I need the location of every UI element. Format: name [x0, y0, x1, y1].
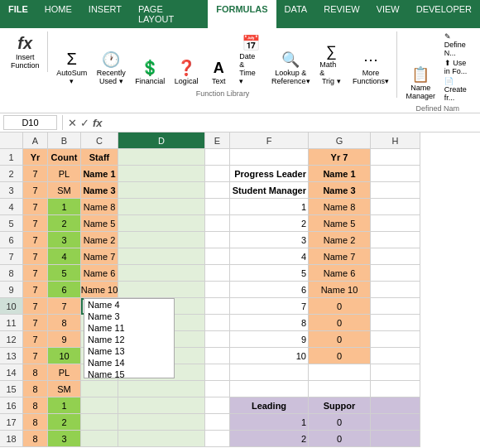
- row-header-9[interactable]: 9: [0, 282, 23, 298]
- cell-d8[interactable]: [118, 265, 205, 282]
- cell-a11[interactable]: 7: [23, 315, 48, 331]
- cell-b3[interactable]: SM: [48, 182, 81, 199]
- cell-a7[interactable]: 7: [23, 248, 48, 265]
- text-button[interactable]: A Text: [204, 57, 233, 88]
- cell-dropdown[interactable]: Name 4 Name 3 Name 11 Name 12 Name 13 Na…: [84, 298, 175, 378]
- row-header-12[interactable]: 12: [0, 331, 23, 348]
- cell-a2[interactable]: 7: [23, 166, 48, 182]
- cell-e10[interactable]: [205, 298, 230, 315]
- cell-f4[interactable]: 1: [230, 199, 309, 215]
- dropdown-item[interactable]: Name 15: [84, 369, 174, 378]
- date-time-button[interactable]: 📅 Date & Time ▾: [235, 31, 266, 88]
- lookup-button[interactable]: 🔍 Lookup & Reference▾: [267, 48, 314, 88]
- cell-f14[interactable]: [230, 364, 309, 381]
- dropdown-item[interactable]: Name 4: [84, 299, 174, 311]
- cell-f5[interactable]: 2: [230, 215, 309, 232]
- row-header-14[interactable]: 14: [0, 364, 23, 381]
- col-header-f[interactable]: F: [230, 132, 309, 149]
- tab-page-layout[interactable]: PAGE LAYOUT: [130, 0, 208, 28]
- dropdown-item[interactable]: Name 13: [84, 345, 174, 357]
- cell-f18[interactable]: 2: [230, 431, 309, 447]
- cell-a4[interactable]: 7: [23, 199, 48, 215]
- cell-g18[interactable]: 0: [309, 431, 371, 447]
- cell-h1[interactable]: [371, 149, 420, 166]
- more-functions-button[interactable]: ⋯ More Functions▾: [348, 48, 392, 88]
- cell-e6[interactable]: [205, 232, 230, 248]
- dropdown-item[interactable]: Name 3: [84, 311, 174, 322]
- cancel-formula-button[interactable]: ✕: [68, 117, 77, 129]
- recently-used-button[interactable]: 🕐 Recently Used ▾: [93, 48, 130, 88]
- cell-f1[interactable]: [230, 149, 309, 166]
- cell-h12[interactable]: [371, 331, 420, 348]
- cell-c5[interactable]: Name 5: [81, 215, 118, 232]
- cell-a13[interactable]: 7: [23, 348, 48, 364]
- cell-a8[interactable]: 7: [23, 265, 48, 282]
- row-header-11[interactable]: 11: [0, 315, 23, 331]
- cell-f11[interactable]: 8: [230, 315, 309, 331]
- col-header-d[interactable]: D: [118, 132, 205, 149]
- cell-e8[interactable]: [205, 265, 230, 282]
- tab-developer[interactable]: DEVELOPER: [408, 0, 480, 28]
- row-header-6[interactable]: 6: [0, 232, 23, 248]
- cell-b15[interactable]: SM: [48, 381, 81, 397]
- cell-f12[interactable]: 9: [230, 331, 309, 348]
- cell-h9[interactable]: [371, 282, 420, 298]
- insert-function-button[interactable]: fx Insert Function: [7, 31, 44, 72]
- dropdown-list[interactable]: Name 4 Name 3 Name 11 Name 12 Name 13 Na…: [84, 299, 174, 378]
- financial-button[interactable]: 💲 Financial: [132, 56, 170, 88]
- tab-view[interactable]: VIEW: [368, 0, 408, 28]
- cell-b5[interactable]: 2: [48, 215, 81, 232]
- cell-g4[interactable]: Name 8: [309, 199, 371, 215]
- cell-h6[interactable]: [371, 232, 420, 248]
- cell-g11[interactable]: 0: [309, 315, 371, 331]
- cell-b13[interactable]: 10: [48, 348, 81, 364]
- cell-h11[interactable]: [371, 315, 420, 331]
- math-trig-button[interactable]: ∑ Math & Trig ▾: [315, 41, 347, 88]
- cell-e7[interactable]: [205, 248, 230, 265]
- create-from-selection-button[interactable]: 📄 Create fr...: [443, 76, 473, 103]
- cell-b6[interactable]: 3: [48, 232, 81, 248]
- use-in-formula-button[interactable]: ⬆ Use in Fo...: [443, 58, 473, 76]
- dropdown-item[interactable]: Name 12: [84, 334, 174, 345]
- row-header-4[interactable]: 4: [0, 199, 23, 215]
- cell-h16[interactable]: [371, 397, 420, 414]
- cell-c2[interactable]: Name 1: [81, 166, 118, 182]
- cell-e5[interactable]: [205, 215, 230, 232]
- cell-h4[interactable]: [371, 199, 420, 215]
- cell-f2[interactable]: Progress Leader: [230, 166, 309, 182]
- cell-a1[interactable]: Yr: [23, 149, 48, 166]
- tab-formulas[interactable]: FORMULAS: [208, 0, 276, 28]
- cell-a12[interactable]: 7: [23, 331, 48, 348]
- cell-h3[interactable]: [371, 182, 420, 199]
- cell-d18[interactable]: [118, 431, 205, 447]
- cell-g16-support[interactable]: Suppor: [309, 397, 371, 414]
- cell-h14[interactable]: [371, 364, 420, 381]
- cell-f13[interactable]: 10: [230, 348, 309, 364]
- row-header-17[interactable]: 17: [0, 414, 23, 431]
- cell-f9[interactable]: 6: [230, 282, 309, 298]
- formula-input[interactable]: [106, 116, 477, 129]
- cell-g10[interactable]: 0: [309, 298, 371, 315]
- cell-e11[interactable]: [205, 315, 230, 331]
- cell-d3[interactable]: [118, 182, 205, 199]
- cell-f6[interactable]: 3: [230, 232, 309, 248]
- cell-a18[interactable]: 8: [23, 431, 48, 447]
- row-header-13[interactable]: 13: [0, 348, 23, 364]
- file-tab[interactable]: FILE: [0, 0, 36, 28]
- cell-a9[interactable]: 7: [23, 282, 48, 298]
- cell-b7[interactable]: 4: [48, 248, 81, 265]
- cell-f3[interactable]: Student Manager: [230, 182, 309, 199]
- cell-g3[interactable]: Name 3: [309, 182, 371, 199]
- cell-h13[interactable]: [371, 348, 420, 364]
- cell-h17[interactable]: [371, 414, 420, 431]
- cell-d6[interactable]: [118, 232, 205, 248]
- cell-e15[interactable]: [205, 381, 230, 397]
- col-header-b[interactable]: B: [48, 132, 81, 149]
- cell-b8[interactable]: 5: [48, 265, 81, 282]
- cell-e13[interactable]: [205, 348, 230, 364]
- confirm-formula-button[interactable]: ✓: [80, 117, 89, 129]
- cell-f10[interactable]: 7: [230, 298, 309, 315]
- cell-d17[interactable]: [118, 414, 205, 431]
- cell-b12[interactable]: 9: [48, 331, 81, 348]
- cell-e3[interactable]: [205, 182, 230, 199]
